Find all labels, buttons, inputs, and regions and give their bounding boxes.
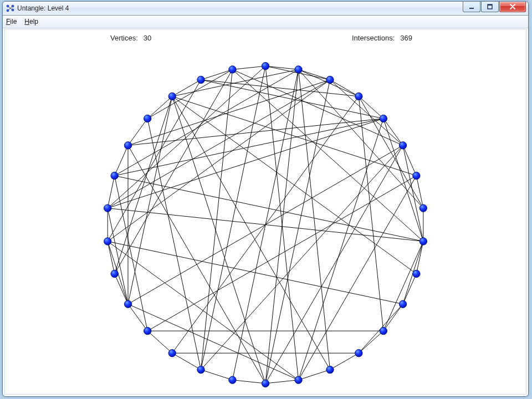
edge xyxy=(147,69,232,118)
edge xyxy=(108,241,114,274)
edge xyxy=(232,380,265,383)
edge xyxy=(115,176,148,331)
svg-rect-8 xyxy=(488,4,492,6)
edge xyxy=(359,96,383,119)
window-title: Untangle: Level 4 xyxy=(17,4,69,12)
app-icon xyxy=(6,4,15,13)
edge xyxy=(416,176,423,208)
maximize-icon xyxy=(487,4,493,9)
edge xyxy=(115,274,128,304)
edge xyxy=(299,69,330,370)
edge xyxy=(232,69,423,241)
vertex[interactable] xyxy=(326,366,334,373)
vertex[interactable] xyxy=(380,327,387,334)
edge xyxy=(128,96,172,304)
edge xyxy=(108,119,383,208)
edge xyxy=(128,119,147,145)
edge xyxy=(201,80,359,96)
client-area: Vertices: 30 Intersections: 369 xyxy=(4,29,526,395)
edge xyxy=(172,353,201,370)
close-icon xyxy=(509,4,516,9)
edge xyxy=(108,208,423,242)
close-button[interactable] xyxy=(499,2,526,12)
vertex[interactable] xyxy=(399,300,406,308)
edge xyxy=(383,304,403,331)
edge xyxy=(115,119,383,176)
vertex[interactable] xyxy=(420,204,427,212)
edge xyxy=(232,69,403,145)
edge xyxy=(403,274,416,304)
vertex[interactable] xyxy=(355,93,362,100)
vertex[interactable] xyxy=(168,350,176,357)
edge xyxy=(201,370,233,380)
edge xyxy=(330,80,403,145)
edge xyxy=(128,304,299,380)
edge xyxy=(172,69,299,96)
edge xyxy=(147,176,416,331)
edge xyxy=(383,119,403,145)
vertex[interactable] xyxy=(295,376,302,383)
maximize-button[interactable] xyxy=(481,2,499,12)
vertex[interactable] xyxy=(104,204,111,212)
edge xyxy=(299,119,383,380)
vertices-value: 30 xyxy=(144,34,151,42)
edge xyxy=(359,331,383,353)
vertex[interactable] xyxy=(380,115,387,122)
window-controls xyxy=(463,2,526,12)
edge xyxy=(147,331,172,353)
vertex[interactable] xyxy=(295,66,302,73)
svg-point-2 xyxy=(7,5,9,7)
vertex[interactable] xyxy=(420,238,427,245)
svg-point-5 xyxy=(12,9,14,11)
edge xyxy=(115,96,172,274)
application-window: Untangle: Level 4 File Help Vertices: 30… xyxy=(2,1,529,397)
vertex[interactable] xyxy=(168,93,176,100)
graph-canvas[interactable] xyxy=(5,45,526,394)
intersections-value: 369 xyxy=(400,34,412,42)
vertex[interactable] xyxy=(111,172,118,179)
vertex[interactable] xyxy=(262,63,269,70)
vertex[interactable] xyxy=(197,76,204,83)
vertex[interactable] xyxy=(124,300,131,308)
vertex[interactable] xyxy=(144,327,151,334)
edge xyxy=(299,176,417,380)
edge xyxy=(108,66,265,208)
titlebar[interactable]: Untangle: Level 4 xyxy=(3,2,528,16)
vertex[interactable] xyxy=(413,270,420,277)
vertex[interactable] xyxy=(262,380,269,387)
vertex[interactable] xyxy=(326,76,334,83)
vertex[interactable] xyxy=(111,270,118,277)
vertex[interactable] xyxy=(229,66,236,73)
svg-rect-6 xyxy=(469,8,474,9)
edge xyxy=(403,145,416,176)
edge xyxy=(265,66,299,69)
vertex[interactable] xyxy=(355,350,362,357)
edge xyxy=(201,145,403,370)
vertex[interactable] xyxy=(229,376,236,383)
vertex[interactable] xyxy=(124,142,131,149)
edge xyxy=(383,241,423,331)
edge xyxy=(115,145,128,176)
edge xyxy=(265,66,299,380)
menubar: File Help xyxy=(3,16,528,28)
edge xyxy=(108,176,114,208)
intersections-label: Intersections: xyxy=(352,34,395,42)
svg-point-4 xyxy=(7,9,9,12)
edge xyxy=(201,66,265,370)
menu-file[interactable]: File xyxy=(6,18,17,25)
svg-point-3 xyxy=(12,5,14,7)
vertex[interactable] xyxy=(144,115,151,122)
menu-help[interactable]: Help xyxy=(24,18,38,25)
minimize-icon xyxy=(469,4,474,9)
vertices-label: Vertices: xyxy=(110,34,138,42)
edge xyxy=(416,241,423,274)
vertex[interactable] xyxy=(197,366,204,373)
edges-group xyxy=(108,66,423,383)
edge xyxy=(147,119,201,370)
minimize-button[interactable] xyxy=(463,2,480,12)
edge xyxy=(330,353,359,370)
edge xyxy=(359,96,423,208)
vertex[interactable] xyxy=(104,238,111,245)
vertex[interactable] xyxy=(413,172,420,179)
vertex[interactable] xyxy=(399,142,406,149)
